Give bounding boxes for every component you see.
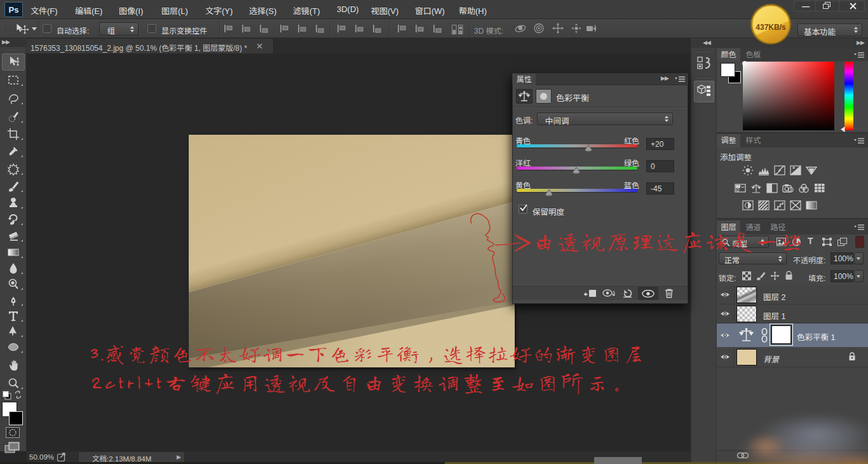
svg-text:437KB/s: 437KB/s (756, 23, 786, 32)
